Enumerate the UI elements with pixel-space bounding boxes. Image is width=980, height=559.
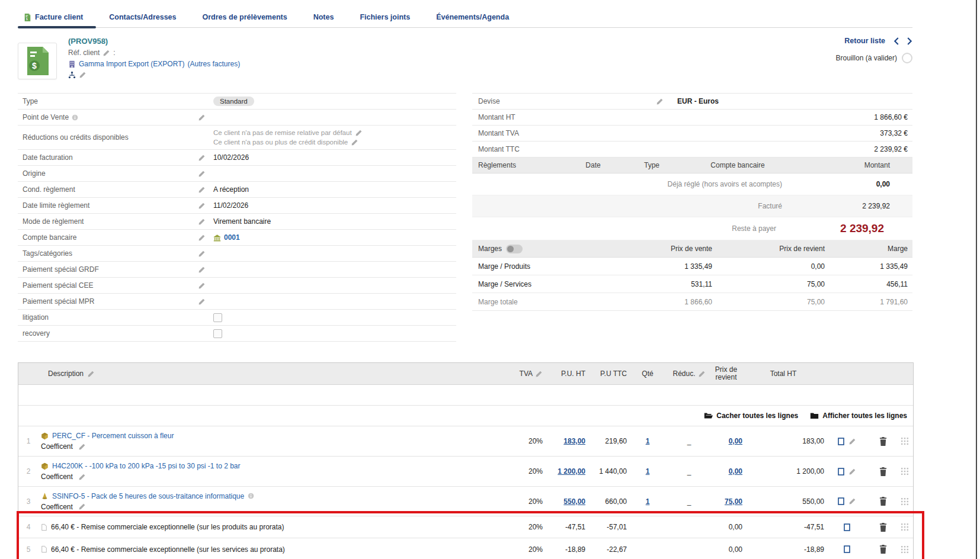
line-reduc-link[interactable]: _: [687, 437, 691, 445]
back-to-list-link[interactable]: Retour liste: [844, 37, 885, 45]
edit-pencil-icon[interactable]: [78, 473, 86, 481]
drag-handle-grip-icon[interactable]: [901, 438, 908, 445]
field-row-date-limite: Date limite règlement 11/02/2026: [18, 198, 456, 214]
margin-pr: 75,00: [742, 280, 825, 288]
next-record-icon[interactable]: [907, 37, 912, 45]
edit-pencil-icon[interactable]: [198, 218, 206, 226]
product-link[interactable]: PERC_CF - Percement cuisson à fleur: [52, 432, 174, 440]
edit-pencil-icon[interactable]: [198, 266, 206, 274]
field-row-cond-reglement: Cond. règlement A réception: [18, 182, 456, 198]
line-qty-link[interactable]: 1: [646, 437, 650, 445]
field-label: Montant TTC: [478, 145, 656, 153]
edit-pencil-icon[interactable]: [351, 139, 358, 146]
duplicate-line-icon[interactable]: [838, 438, 844, 445]
edit-pencil-icon[interactable]: [198, 170, 206, 178]
delete-line-trash-icon[interactable]: [879, 437, 887, 446]
edit-pencil-icon[interactable]: [198, 250, 206, 258]
line-row-3: 3 SSINFO-5 - Pack de 5 heures de sous-tr…: [18, 487, 913, 516]
duplicate-line-icon[interactable]: [844, 545, 850, 553]
edit-pencil-icon[interactable]: [198, 154, 206, 162]
previous-record-icon[interactable]: [893, 37, 899, 45]
hide-all-lines-link[interactable]: Cacher toutes les lignes: [704, 412, 798, 420]
bank-icon: [213, 234, 221, 242]
tab-notes[interactable]: Notes: [300, 13, 347, 27]
line-puht-link[interactable]: 183,00: [563, 437, 585, 445]
edit-pencil-icon[interactable]: [78, 503, 86, 510]
hide-all-lines-label: Cacher toutes les lignes: [716, 412, 798, 420]
field-value: 10/02/2026: [213, 153, 456, 162]
line-total-ht: 183,00: [742, 437, 824, 445]
line-qty-link[interactable]: 1: [646, 497, 650, 506]
invoice-properties-table: Type Standard Point de Vente Réductions …: [18, 93, 456, 342]
drag-handle-grip-icon[interactable]: [901, 498, 908, 505]
edit-line-pencil-icon[interactable]: [848, 468, 856, 476]
payments-title: Règlements: [472, 161, 567, 169]
service-link[interactable]: SSINFO-5 - Pack de 5 heures de sous-trai…: [52, 492, 244, 500]
duplicate-line-icon[interactable]: [838, 468, 844, 476]
edit-pencil-icon[interactable]: [78, 443, 86, 451]
recovery-checkbox[interactable]: [213, 329, 222, 338]
delete-line-trash-icon[interactable]: [879, 467, 887, 476]
field-label: Paiement spécial MPR: [23, 297, 198, 306]
field-label: Date facturation: [23, 153, 198, 162]
line-puttc: 1 440,00: [585, 467, 627, 476]
line-cost-link[interactable]: 0,00: [729, 437, 742, 445]
tab-label: Contacts/Adresses: [109, 13, 176, 21]
drag-handle-grip-icon[interactable]: [901, 468, 908, 475]
invoice-totals-panel: Devise EUR - Euros Montant HT 1 866,60 €…: [472, 93, 912, 311]
edit-pencil-icon[interactable]: [198, 298, 206, 306]
line-puht-link[interactable]: 1 200,00: [558, 467, 585, 476]
line-puht-link[interactable]: 550,00: [563, 497, 585, 506]
edit-project-pencil-icon[interactable]: [79, 71, 87, 79]
window-right-border: [976, 0, 977, 559]
edit-pencil-icon[interactable]: [198, 234, 206, 242]
duplicate-line-icon[interactable]: [844, 523, 850, 531]
field-label: Date limite règlement: [23, 201, 198, 210]
line-reduc-link[interactable]: _: [687, 497, 691, 506]
edit-pencil-icon[interactable]: [198, 202, 206, 210]
edit-pencil-icon[interactable]: [198, 114, 206, 121]
line-reduc-link[interactable]: _: [687, 467, 691, 476]
info-icon: [72, 114, 78, 121]
tab-ordres-prelevements[interactable]: Ordres de prélèvements: [190, 13, 300, 27]
line-cost-link[interactable]: 0,00: [729, 467, 742, 476]
bank-account-link[interactable]: 0001: [224, 233, 240, 242]
margins-toggle[interactable]: [506, 245, 523, 253]
edit-pencil-icon[interactable]: [355, 129, 363, 137]
edit-pencil-icon[interactable]: [87, 370, 95, 378]
field-label: Tags/catégories: [23, 249, 198, 258]
tab-fichiers-joints[interactable]: Fichiers joints: [347, 13, 423, 27]
edit-pencil-icon[interactable]: [198, 282, 206, 290]
edit-pencil-icon[interactable]: [535, 370, 543, 378]
product-link[interactable]: H4C200K - -100 kPa to 200 kPa -15 psi to…: [52, 462, 241, 470]
field-label: Montant TVA: [478, 129, 656, 137]
edit-pencil-icon[interactable]: [656, 98, 664, 105]
field-value: A réception: [213, 185, 456, 194]
litigation-checkbox[interactable]: [213, 313, 222, 322]
margin-label: Marge / Produits: [472, 262, 600, 271]
edit-pencil-icon[interactable]: [198, 186, 206, 194]
line-cost-link[interactable]: 75,00: [725, 497, 742, 506]
drag-handle-grip-icon[interactable]: [901, 523, 908, 531]
other-invoices-link[interactable]: (Autres factures): [187, 59, 240, 69]
field-row-reductions: Réductions ou crédits disponibles Ce cli…: [18, 126, 456, 150]
tab-evenements-agenda[interactable]: Événements/Agenda: [423, 13, 522, 27]
tab-contacts-adresses[interactable]: Contacts/Adresses: [96, 13, 189, 27]
edit-line-pencil-icon[interactable]: [848, 438, 856, 445]
delete-line-trash-icon[interactable]: [879, 523, 887, 532]
company-link[interactable]: Gamma Import Export (EXPORT): [79, 59, 184, 69]
field-value: 11/02/2026: [213, 201, 456, 210]
delete-line-trash-icon[interactable]: [879, 545, 887, 554]
invoice-ref: (PROV958): [68, 36, 108, 47]
duplicate-line-icon[interactable]: [838, 497, 844, 505]
montant-ht-value: 1 866,60 €: [656, 113, 912, 121]
drag-handle-grip-icon[interactable]: [901, 546, 908, 553]
tab-facture-client[interactable]: $ Facture client: [18, 13, 96, 27]
edit-line-pencil-icon[interactable]: [848, 497, 856, 505]
edit-ref-client-pencil-icon[interactable]: [103, 49, 110, 57]
show-all-lines-link[interactable]: Afficher toutes les lignes: [810, 412, 907, 420]
delete-line-trash-icon[interactable]: [879, 497, 887, 506]
edit-pencil-icon[interactable]: [698, 370, 706, 378]
line-qty-link[interactable]: 1: [646, 467, 650, 476]
margin-pv: 1 866,60: [600, 298, 742, 306]
